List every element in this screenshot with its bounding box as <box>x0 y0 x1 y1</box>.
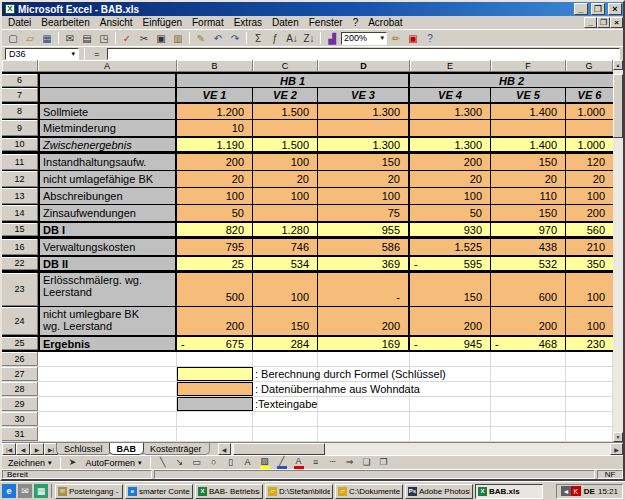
cell[interactable]: 200 <box>177 154 253 170</box>
scroll-up-icon[interactable]: ▲ <box>613 60 623 70</box>
cell[interactable] <box>177 412 253 426</box>
cell[interactable]: 795 <box>177 239 253 255</box>
cell[interactable] <box>253 120 318 136</box>
format-painter-icon[interactable]: ✎ <box>193 31 209 46</box>
legend-text[interactable]: :Texteingabe <box>253 397 318 411</box>
vertical-scroll-thumb[interactable] <box>613 74 623 138</box>
cell[interactable] <box>410 427 491 441</box>
cell[interactable] <box>566 427 613 441</box>
shadow-icon[interactable]: ❏ <box>360 456 374 469</box>
row-header-26[interactable]: 26 <box>2 352 38 366</box>
zoom-control[interactable]: 200%▾ <box>341 32 387 45</box>
legend-swatch-orange[interactable] <box>177 382 253 396</box>
cell[interactable]: 1.300 <box>318 104 410 119</box>
row-header-29[interactable]: 29 <box>2 397 38 411</box>
vertical-scroll-track[interactable] <box>613 70 623 432</box>
next-sheet-icon[interactable]: ▶ <box>30 443 44 455</box>
row-header-11[interactable]: 11 <box>2 154 38 170</box>
cell[interactable] <box>410 120 491 136</box>
cell[interactable]: 230 <box>566 337 613 350</box>
cell[interactable]: 200 <box>177 307 253 335</box>
undo-icon[interactable]: ↶ <box>210 31 226 46</box>
workbook-restore-button[interactable]: ❐ <box>597 17 610 28</box>
cell[interactable]: 100 <box>566 188 613 204</box>
taskbar-button[interactable]: XBAB- Betriebsabr... <box>195 484 263 499</box>
cell[interactable] <box>38 397 177 411</box>
textbox-icon[interactable]: ▯ <box>224 456 238 469</box>
cell[interactable] <box>38 352 177 366</box>
menu-?[interactable]: ? <box>348 16 364 29</box>
sheet-tab-kostenträger[interactable]: Kostenträger <box>142 443 210 455</box>
line-color-icon[interactable]: ╱ <box>275 456 289 469</box>
open-icon[interactable]: ▱ <box>22 31 38 46</box>
menu-acrobat[interactable]: Acrobat <box>363 16 407 29</box>
cell[interactable]: 210 <box>566 239 613 255</box>
sheet-tab-schlüssel[interactable]: Schlüssel <box>56 443 111 455</box>
cell[interactable] <box>253 412 318 426</box>
cell[interactable]: 100 <box>566 273 613 306</box>
internet-explorer-icon[interactable]: e <box>2 484 16 498</box>
legend-swatch-yellow[interactable] <box>177 367 253 381</box>
taskbar-button[interactable]: ▱C:\Dokumente und... <box>335 484 403 499</box>
col-header-F[interactable]: F <box>491 60 566 72</box>
cell[interactable] <box>566 412 613 426</box>
cell[interactable]: 200 <box>410 154 491 170</box>
cell[interactable]: 438 <box>491 239 566 255</box>
cell[interactable]: 600 <box>491 273 566 306</box>
font-color-icon[interactable]: A <box>292 456 306 469</box>
cell[interactable]: 200 <box>318 307 410 335</box>
cell[interactable] <box>566 397 613 411</box>
horizontal-scroll-thumb[interactable] <box>233 443 325 455</box>
print-icon[interactable]: ▤ <box>79 31 95 46</box>
cell[interactable] <box>38 382 177 396</box>
row-header-15[interactable]: 15 <box>2 223 38 236</box>
cell[interactable]: 150 <box>253 307 318 335</box>
vertical-scrollbar[interactable]: ▲ ▼ <box>613 60 623 442</box>
spelling-icon[interactable]: ✓ <box>119 31 135 46</box>
oval-icon[interactable]: ○ <box>207 456 221 469</box>
row-header-6[interactable]: 6 <box>2 74 38 87</box>
cell[interactable] <box>318 427 410 441</box>
name-box[interactable]: D36 ▾ <box>5 48 79 60</box>
cell[interactable]: 1.300 <box>410 104 491 119</box>
cell[interactable]: 110 <box>491 188 566 204</box>
taskbar-button[interactable]: ▱D:\Stefan\bilder gp... <box>265 484 333 499</box>
cell[interactable]: 100 <box>410 188 491 204</box>
cell[interactable]: -945 <box>410 337 491 350</box>
line-icon[interactable]: ╲ <box>156 456 170 469</box>
cell[interactable]: 930 <box>410 223 491 236</box>
cell[interactable] <box>318 120 410 136</box>
col-header-C[interactable]: C <box>253 60 318 72</box>
row-header-23[interactable]: 23 <box>2 273 38 306</box>
cell[interactable]: -675 <box>177 337 253 350</box>
cell[interactable]: 20 <box>253 171 318 187</box>
cell[interactable]: 350 <box>566 257 613 270</box>
cell[interactable]: 20 <box>566 171 613 187</box>
cell[interactable] <box>253 352 318 366</box>
cell[interactable]: 1.000 <box>566 138 613 151</box>
cell[interactable]: 284 <box>253 337 318 350</box>
copy-icon[interactable]: ▣ <box>153 31 169 46</box>
cell[interactable] <box>491 367 566 381</box>
row-header-30[interactable]: 30 <box>2 412 38 426</box>
legend-text[interactable]: : Datenübernahme aus Wohndata <box>253 382 318 396</box>
cell[interactable] <box>566 352 613 366</box>
cell[interactable] <box>318 352 410 366</box>
taskbar-button[interactable]: PsAdobe Photoshop <box>405 484 473 499</box>
select-all-corner[interactable] <box>2 60 38 72</box>
cell[interactable] <box>177 427 253 441</box>
legend-text[interactable]: : Berechnung durch Formel (Schlüssel) <box>253 367 318 381</box>
antivirus-icon[interactable]: K <box>571 486 581 496</box>
row-header-16[interactable]: 16 <box>2 239 38 255</box>
cell[interactable]: 150 <box>491 205 566 221</box>
minimize-button[interactable]: _ <box>574 3 588 15</box>
cell[interactable] <box>38 427 177 441</box>
cell[interactable] <box>177 352 253 366</box>
row-header-7[interactable]: 7 <box>2 88 38 102</box>
row-header-27[interactable]: 27 <box>2 367 38 381</box>
col-header-D[interactable]: D <box>318 60 410 72</box>
cell[interactable]: 200 <box>566 205 613 221</box>
email-icon[interactable]: ✉ <box>62 31 78 46</box>
row-header-22[interactable]: 22 <box>2 257 38 270</box>
cell[interactable]: 1.000 <box>566 104 613 119</box>
